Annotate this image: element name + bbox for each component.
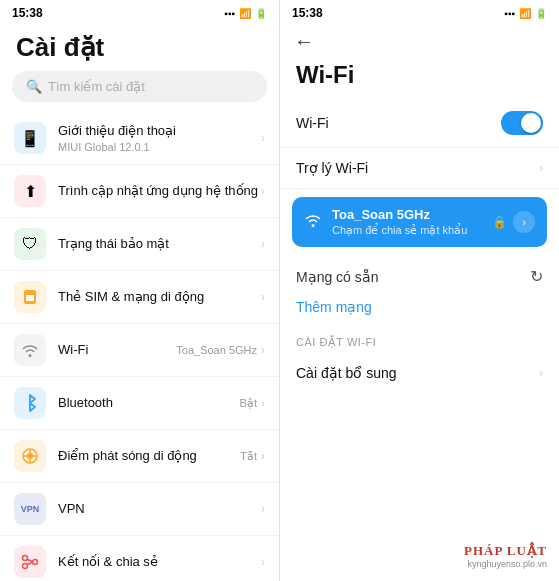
share-title: Kết nối & chia sẻ (58, 554, 261, 571)
additional-settings-label: Cài đặt bổ sung (296, 365, 539, 381)
svg-point-3 (27, 453, 33, 459)
settings-item-bluetooth[interactable]: Bluetooth Bật › (0, 377, 279, 430)
share-text: Kết nối & chia sẻ (58, 554, 261, 571)
settings-item-vpn[interactable]: VPN VPN › (0, 483, 279, 536)
svg-point-6 (23, 564, 28, 569)
settings-item-share[interactable]: Kết nối & chia sẻ › (0, 536, 279, 581)
vpn-icon: VPN (14, 493, 46, 525)
wifi-toggle-row: Wi-Fi (280, 99, 559, 148)
svg-point-5 (23, 556, 28, 561)
r-signal-icon: ▪▪▪ (504, 8, 515, 19)
wifi-status-icon: 📶 (239, 8, 251, 19)
connected-ssid: Toa_Soan 5GHz (332, 207, 492, 222)
wifi-toggle-label: Wi-Fi (296, 115, 501, 131)
wifi-settings-section-label: CÀI ĐẶT WI-FI (280, 328, 559, 353)
additional-settings-row[interactable]: Cài đặt bổ sung › (280, 353, 559, 393)
r-battery-icon: 🔋 (535, 8, 547, 19)
update-chevron: › (261, 184, 265, 198)
sim-title: Thẻ SIM & mạng di động (58, 289, 261, 306)
connected-actions: 🔒 › (492, 211, 535, 233)
add-network-row[interactable]: Thêm mạng (280, 290, 559, 328)
bluetooth-text: Bluetooth (58, 395, 240, 412)
troly-wifi-chevron: › (539, 161, 543, 175)
additional-settings-chevron: › (539, 366, 543, 380)
wifi-toggle[interactable] (501, 111, 543, 135)
search-input[interactable]: Tìm kiếm cài đặt (48, 79, 145, 94)
intro-subtitle: MIUI Global 12.0.1 (58, 141, 261, 153)
hotspot-icon (14, 440, 46, 472)
search-icon: 🔍 (26, 79, 42, 94)
vpn-chevron: › (261, 502, 265, 516)
left-status-bar: 15:38 ▪▪▪ 📶 🔋 (0, 0, 279, 24)
settings-title: Cài đặt (0, 24, 279, 71)
share-icon (14, 546, 46, 578)
svg-point-4 (33, 560, 38, 565)
security-title: Trạng thái bảo mật (58, 236, 261, 253)
connected-info: Toa_Soan 5GHz Chạm để chia sẻ mật khẩu (332, 207, 492, 237)
settings-list: 📱 Giới thiệu điện thoại MIUI Global 12.0… (0, 112, 279, 581)
hotspot-text: Điểm phát sóng di động (58, 448, 240, 465)
intro-icon: 📱 (14, 122, 46, 154)
wifi-list-text: Wi-Fi (58, 342, 176, 359)
watermark: PHÁP LUẬT kynghuyenso.plo.vn (464, 543, 547, 569)
watermark-url: kynghuyenso.plo.vn (464, 559, 547, 569)
right-time: 15:38 (292, 6, 323, 20)
update-text: Trình cập nhật ứng dụng hệ thống (58, 183, 261, 200)
signal-icon: ▪▪▪ (224, 8, 235, 19)
bluetooth-icon (14, 387, 46, 419)
r-wifi-icon: 📶 (519, 8, 531, 19)
hotspot-chevron: › (261, 449, 265, 463)
security-chevron: › (261, 237, 265, 251)
connected-wifi-icon (304, 213, 322, 231)
sim-chevron: › (261, 290, 265, 304)
intro-title: Giới thiệu điện thoại (58, 123, 261, 140)
left-time: 15:38 (12, 6, 43, 20)
settings-item-update[interactable]: ⬆ Trình cập nhật ứng dụng hệ thống › (0, 165, 279, 218)
vpn-text: VPN (58, 501, 261, 518)
bluetooth-title: Bluetooth (58, 395, 240, 412)
vpn-title: VPN (58, 501, 261, 518)
right-status-icons: ▪▪▪ 📶 🔋 (504, 8, 547, 19)
connected-subtitle: Chạm để chia sẻ mật khẩu (332, 224, 492, 237)
refresh-icon[interactable]: ↻ (530, 267, 543, 286)
svg-rect-1 (26, 295, 34, 301)
battery-icon: 🔋 (255, 8, 267, 19)
intro-text: Giới thiệu điện thoại MIUI Global 12.0.1 (58, 123, 261, 153)
lock-icon: 🔒 (492, 215, 507, 229)
search-bar[interactable]: 🔍 Tìm kiếm cài đặt (12, 71, 267, 102)
update-title: Trình cập nhật ứng dụng hệ thống (58, 183, 261, 200)
update-icon: ⬆ (14, 175, 46, 207)
sim-icon (14, 281, 46, 313)
settings-item-sim[interactable]: Thẻ SIM & mạng di động › (0, 271, 279, 324)
troly-wifi-row[interactable]: Trợ lý Wi-Fi › (280, 148, 559, 189)
right-status-bar: 15:38 ▪▪▪ 📶 🔋 (280, 0, 559, 24)
security-text: Trạng thái bảo mật (58, 236, 261, 253)
settings-panel: 15:38 ▪▪▪ 📶 🔋 Cài đặt 🔍 Tìm kiếm cài đặt… (0, 0, 280, 581)
wifi-list-icon (14, 334, 46, 366)
hotspot-value: Tắt (240, 450, 257, 463)
sim-text: Thẻ SIM & mạng di động (58, 289, 261, 306)
settings-item-security[interactable]: 🛡 Trạng thái bảo mật › (0, 218, 279, 271)
available-networks-label: Mạng có sẵn (296, 269, 530, 285)
settings-item-wifi[interactable]: Wi-Fi Toa_Soan 5GHz › (0, 324, 279, 377)
connected-network-card[interactable]: Toa_Soan 5GHz Chạm để chia sẻ mật khẩu 🔒… (292, 197, 547, 247)
intro-chevron: › (261, 131, 265, 145)
settings-item-hotspot[interactable]: Điểm phát sóng di động Tắt › (0, 430, 279, 483)
add-network-label: Thêm mạng (296, 299, 372, 315)
share-chevron: › (261, 555, 265, 569)
available-networks-row: Mạng có sẵn ↻ (280, 255, 559, 290)
wifi-list-value: Toa_Soan 5GHz (176, 344, 257, 356)
back-button[interactable]: ← (280, 24, 559, 57)
troly-wifi-label: Trợ lý Wi-Fi (296, 160, 539, 176)
wifi-panel: 15:38 ▪▪▪ 📶 🔋 ← Wi-Fi Wi-Fi Trợ lý Wi-Fi… (280, 0, 559, 581)
left-status-icons: ▪▪▪ 📶 🔋 (224, 8, 267, 19)
watermark-brand: PHÁP LUẬT (464, 543, 547, 559)
connected-chevron[interactable]: › (513, 211, 535, 233)
hotspot-title: Điểm phát sóng di động (58, 448, 240, 465)
bluetooth-value: Bật (240, 397, 257, 410)
wifi-list-title: Wi-Fi (58, 342, 176, 359)
bluetooth-chevron: › (261, 396, 265, 410)
wifi-list-chevron: › (261, 343, 265, 357)
settings-item-intro[interactable]: 📱 Giới thiệu điện thoại MIUI Global 12.0… (0, 112, 279, 165)
security-icon: 🛡 (14, 228, 46, 260)
